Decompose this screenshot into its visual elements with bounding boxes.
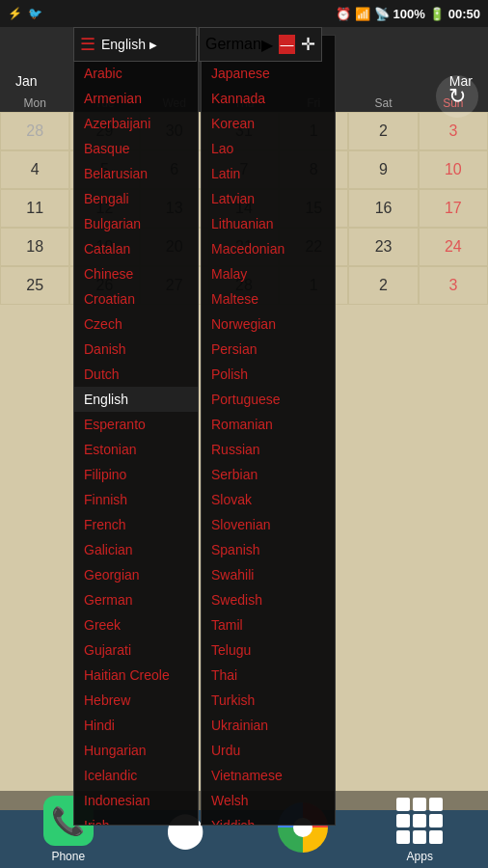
right-lang-item[interactable]: Telugu — [202, 637, 335, 663]
left-lang-item[interactable]: Greek — [74, 612, 198, 637]
left-lang-item[interactable]: Azerbaijani — [74, 111, 198, 136]
refresh-button[interactable]: ↻ — [436, 75, 478, 118]
right-lang-item[interactable]: Macedonian — [202, 236, 335, 261]
status-bar: ⚡ 🐦 ⏰ 📶 📡 100% 🔋 00:50 — [0, 0, 488, 27]
left-lang-item[interactable]: French — [74, 512, 198, 537]
right-lang-item[interactable]: Spanish — [202, 537, 335, 562]
right-lang-item[interactable]: Polish — [202, 362, 335, 387]
cal-cell[interactable]: 3 — [419, 266, 488, 305]
right-lang-arrow: ▶ — [261, 36, 273, 54]
left-lang-arrow: ▶ — [149, 40, 157, 50]
left-lang-item[interactable]: Icelandic — [74, 763, 198, 788]
left-lang-item[interactable]: Galician — [74, 537, 198, 562]
left-lang-item[interactable]: Danish — [74, 337, 198, 362]
right-language-selector[interactable]: German ▶ — ✛ — [199, 27, 322, 62]
right-lang-item[interactable]: Maltese — [202, 286, 335, 312]
left-lang-item[interactable]: Catalan — [74, 236, 198, 261]
dropdown-lists: AlbanianArabicArmenianAzerbaijaniBasqueB… — [0, 35, 336, 826]
right-lang-label: German — [205, 36, 261, 53]
left-lang-item[interactable]: Armenian — [74, 86, 198, 111]
status-left-icons: ⚡ 🐦 — [8, 7, 42, 20]
right-lang-item[interactable]: Persian — [202, 337, 335, 362]
notification-icon: 🐦 — [28, 7, 42, 20]
right-lang-item[interactable]: Slovenian — [202, 512, 335, 537]
right-lang-item[interactable]: Korean — [202, 111, 335, 136]
left-lang-item[interactable]: Chinese — [74, 261, 198, 286]
status-right-icons: ⏰ 📶 📡 100% 🔋 00:50 — [336, 7, 481, 21]
cal-cell[interactable]: 23 — [348, 228, 418, 266]
apps-icon — [394, 796, 445, 846]
right-lang-item[interactable]: Urdu — [202, 738, 335, 763]
cal-cell[interactable]: 17 — [419, 189, 488, 228]
right-lang-item[interactable]: Swedish — [202, 587, 335, 612]
right-lang-item[interactable]: Yiddish — [202, 813, 335, 826]
left-language-list: AlbanianArabicArmenianAzerbaijaniBasqueB… — [73, 35, 199, 826]
left-lang-item[interactable]: Esperanto — [74, 412, 198, 437]
left-lang-item[interactable]: Haitian Creole — [74, 663, 198, 688]
left-lang-item[interactable]: Filipino — [74, 462, 198, 487]
right-lang-item[interactable]: Turkish — [202, 688, 335, 713]
close-button[interactable]: — — [279, 35, 295, 54]
signal-icon: 📡 — [374, 7, 390, 21]
left-lang-item[interactable]: Finnish — [74, 487, 198, 512]
cal-cell[interactable]: 3 — [419, 112, 488, 150]
right-lang-item[interactable]: Latin — [202, 161, 335, 186]
cal-cell[interactable]: 2 — [348, 112, 418, 150]
right-lang-item[interactable]: Thai — [202, 663, 335, 688]
weekday-sat: Sat — [348, 95, 418, 112]
left-lang-item[interactable]: Dutch — [74, 362, 198, 387]
right-lang-item[interactable]: Romanian — [202, 412, 335, 437]
right-lang-item[interactable]: Welsh — [202, 788, 335, 813]
taskbar-apps[interactable]: Apps — [394, 796, 445, 863]
left-lang-item[interactable]: Georgian — [74, 562, 198, 587]
left-lang-item[interactable]: Bulgarian — [74, 211, 198, 236]
right-lang-item[interactable]: Serbian — [202, 462, 335, 487]
right-lang-item[interactable]: Lao — [202, 136, 335, 161]
left-lang-item[interactable]: Czech — [74, 312, 198, 337]
cal-cell[interactable]: 9 — [348, 150, 418, 189]
right-lang-item[interactable]: Japanese — [202, 61, 335, 86]
right-lang-item[interactable]: Lithuanian — [202, 211, 335, 236]
right-lang-item[interactable]: Kannada — [202, 86, 335, 111]
wifi-icon: 📶 — [355, 7, 370, 21]
right-language-list: ItalianJapaneseKannadaKoreanLaoLatinLatv… — [201, 35, 336, 826]
move-icon[interactable]: ✛ — [301, 34, 315, 55]
cal-cell[interactable]: 24 — [419, 228, 488, 266]
left-lang-item[interactable]: Gujarati — [74, 637, 198, 663]
right-lang-item[interactable]: Vietnamese — [202, 763, 335, 788]
right-lang-item[interactable]: Slovak — [202, 487, 335, 512]
phone-label: Phone — [51, 850, 85, 863]
cal-cell[interactable]: 10 — [419, 150, 488, 189]
right-lang-item[interactable]: Malay — [202, 261, 335, 286]
left-lang-item[interactable]: Arabic — [74, 61, 198, 86]
right-lang-item[interactable]: Ukrainian — [202, 713, 335, 738]
clock: 00:50 — [448, 7, 480, 21]
left-lang-item[interactable]: German — [74, 587, 198, 612]
cal-cell[interactable]: 16 — [348, 189, 418, 228]
left-lang-item[interactable]: Hindi — [74, 713, 198, 738]
cal-cell[interactable]: 2 — [348, 266, 418, 305]
alarm-icon: ⏰ — [336, 7, 351, 21]
left-lang-item[interactable]: Belarusian — [74, 161, 198, 186]
left-lang-item[interactable]: Croatian — [74, 286, 198, 312]
left-language-selector[interactable]: ☰ English ▶ — [73, 27, 197, 62]
right-lang-item[interactable]: Swahili — [202, 562, 335, 587]
hamburger-icon: ☰ — [80, 34, 95, 55]
right-lang-item[interactable]: Latvian — [202, 186, 335, 211]
left-lang-item[interactable]: Estonian — [74, 437, 198, 462]
left-lang-item[interactable]: Hebrew — [74, 688, 198, 713]
right-lang-item[interactable]: Portuguese — [202, 387, 335, 412]
left-lang-item[interactable]: Bengali — [74, 186, 198, 211]
left-lang-item[interactable]: Irish — [74, 813, 198, 826]
left-lang-item[interactable]: Indonesian — [74, 788, 198, 813]
left-lang-item[interactable]: Hungarian — [74, 738, 198, 763]
right-lang-item[interactable]: Tamil — [202, 612, 335, 637]
dropdown-header-area: ☰ English ▶ German ▶ — ✛ — [73, 27, 322, 62]
left-lang-item[interactable]: English — [74, 387, 198, 412]
usb-icon: ⚡ — [8, 7, 22, 20]
right-lang-item[interactable]: Norwegian — [202, 312, 335, 337]
right-lang-item[interactable]: Russian — [202, 437, 335, 462]
battery-icon: 🔋 — [429, 7, 445, 21]
apps-label: Apps — [407, 850, 433, 863]
left-lang-item[interactable]: Basque — [74, 136, 198, 161]
